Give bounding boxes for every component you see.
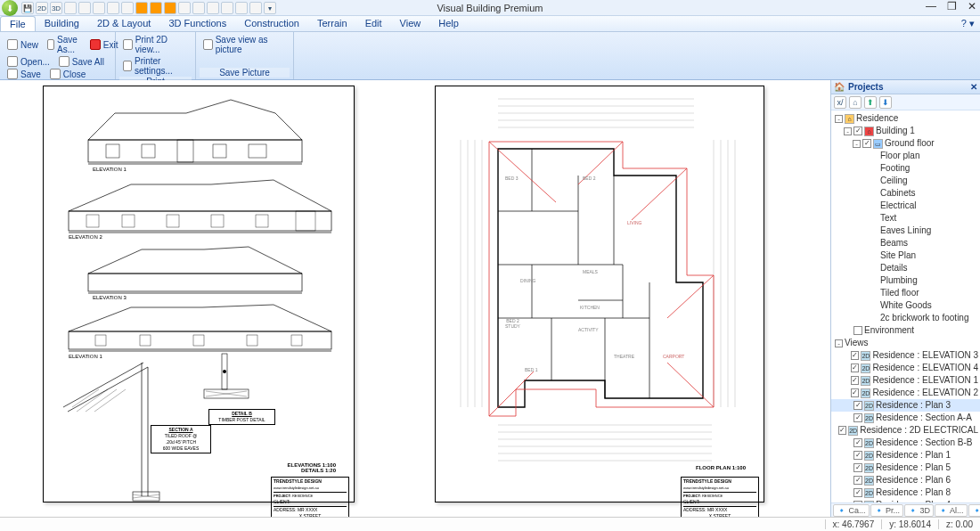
svg-rect-6 <box>213 144 226 158</box>
menu-view[interactable]: View <box>391 16 430 31</box>
qat-item[interactable] <box>121 2 134 14</box>
tool-toggle[interactable]: x/ <box>834 96 846 109</box>
menu-edit[interactable]: Edit <box>356 16 391 31</box>
tree-view-5[interactable]: ✓2DResidence : Section A-A <box>831 412 980 424</box>
svg-rect-7 <box>249 144 266 158</box>
tree-view-7[interactable]: ✓2DResidence : Section B-B <box>831 437 980 449</box>
tree-view-10[interactable]: ✓2DResidence : Plan 6 <box>831 474 980 486</box>
tool-down-icon[interactable]: ⬇ <box>879 96 892 109</box>
close-file-button[interactable]: Close <box>46 68 90 80</box>
tree-view-1[interactable]: ✓2DResidence : ELEVATION 4 <box>831 362 980 374</box>
qat-item[interactable] <box>221 2 233 14</box>
tree-layer-0[interactable]: Floor plan <box>831 150 980 162</box>
svg-rect-26 <box>247 335 257 346</box>
tree-layer-11[interactable]: Tiled floor <box>831 287 980 299</box>
menu-building[interactable]: Building <box>36 16 88 31</box>
qat-item[interactable] <box>235 2 248 14</box>
tree-layer-5[interactable]: Text <box>831 212 980 225</box>
qat-item[interactable] <box>207 2 219 14</box>
qat-2d-icon[interactable]: 2D <box>36 2 48 14</box>
room-activity: ACTIVITY <box>578 327 599 332</box>
svg-line-35 <box>94 389 126 412</box>
qat-save-icon[interactable]: 💾 <box>21 2 34 14</box>
save-picture-button[interactable]: Save view as picture <box>200 34 290 55</box>
drawing-canvas[interactable]: ELEVATION 1 ELEVATION 2 ELEVATION 3 ELEV… <box>0 80 830 517</box>
qat-item[interactable] <box>192 2 205 14</box>
minimize-button[interactable]: — <box>926 0 936 12</box>
bottom-tab-1[interactable]: 🔹 Pr... <box>870 504 904 517</box>
printer-settings-button[interactable]: Printer settings... <box>119 55 192 77</box>
menu-construction[interactable]: Construction <box>235 16 308 31</box>
tree-layer-10[interactable]: Plumbing <box>831 274 980 287</box>
tree-layer-9[interactable]: Details <box>831 262 980 274</box>
projects-header[interactable]: 🏠 Projects ✕ <box>831 80 980 94</box>
tree-view-8[interactable]: ✓2DResidence : Plan 1 <box>831 449 980 462</box>
bottom-tab-2[interactable]: 🔹 3D <box>904 504 934 517</box>
qat-item[interactable] <box>249 2 262 14</box>
tree-view-3[interactable]: ✓2DResidence : ELEVATION 2 <box>831 387 980 399</box>
svg-line-33 <box>77 389 108 412</box>
tool-home-icon[interactable]: ⌂ <box>849 96 862 109</box>
bottom-tab-0[interactable]: 🔹 Ca... <box>833 504 870 517</box>
room-bed2: BED 2 <box>583 176 595 181</box>
workspace: ELEVATION 1 ELEVATION 2 ELEVATION 3 ELEV… <box>0 80 980 517</box>
qat-item[interactable] <box>178 2 191 14</box>
new-button[interactable]: New <box>4 34 42 55</box>
tree-layer-8[interactable]: Site Plan <box>831 249 980 262</box>
tree-groundfloor[interactable]: -✓▭Ground floor <box>831 137 980 150</box>
svg-marker-20 <box>69 305 331 331</box>
tree-layer-12[interactable]: White Goods <box>831 299 980 312</box>
tree-view-4[interactable]: ✓2DResidence : Plan 3 <box>831 399 980 412</box>
qat-item[interactable] <box>64 2 77 14</box>
saveas-button[interactable]: Save As... <box>44 34 85 55</box>
tree-view-0[interactable]: ✓2DResidence : ELEVATION 3 <box>831 349 980 362</box>
svg-line-80 <box>667 275 714 318</box>
panel-close-icon[interactable]: ✕ <box>970 82 977 92</box>
bottom-tab-4[interactable]: 🔹 Bu... <box>968 504 980 517</box>
help-dropdown[interactable]: ? ▾ <box>956 16 980 31</box>
tree-views[interactable]: -Views <box>831 337 980 349</box>
saveall-button[interactable]: Save All <box>55 55 108 68</box>
tree-layer-7[interactable]: Beams <box>831 237 980 249</box>
tree-view-9[interactable]: ✓2DResidence : Plan 5 <box>831 462 980 474</box>
maximize-button[interactable]: ❐ <box>947 0 957 12</box>
qat-item[interactable] <box>164 2 176 14</box>
tree-view-6[interactable]: ✓2DResidence : 2D ELECTRICAL <box>831 424 980 437</box>
scale-plan: FLOOR PLAN 1:100 <box>696 465 746 470</box>
tree-view-2[interactable]: ✓2DResidence : ELEVATION 1 <box>831 374 980 387</box>
svg-rect-15 <box>256 215 268 227</box>
tree-layer-1[interactable]: Footing <box>831 162 980 175</box>
svg-marker-0 <box>88 100 302 140</box>
qat-3d-icon[interactable]: 3D <box>50 2 62 14</box>
qat-item[interactable] <box>135 2 148 14</box>
tree-building[interactable]: -✓⌂Building 1 <box>831 125 980 137</box>
menu-help[interactable]: Help <box>429 16 468 31</box>
tree-environment[interactable]: Environment <box>831 324 980 337</box>
menu-2d-layout[interactable]: 2D & Layout <box>88 16 160 31</box>
tree-layer-2[interactable]: Ceiling <box>831 175 980 187</box>
tool-up-icon[interactable]: ⬆ <box>864 96 877 109</box>
tree-layer-13[interactable]: 2c brickwork to footing <box>831 312 980 324</box>
menu-3d-functions[interactable]: 3D Functions <box>159 16 235 31</box>
qat-item[interactable] <box>107 2 119 14</box>
qat-item[interactable] <box>150 2 162 14</box>
svg-line-34 <box>86 389 117 412</box>
tree-layer-6[interactable]: Eaves Lining <box>831 225 980 237</box>
tree-layer-3[interactable]: Cabinets <box>831 187 980 200</box>
menu-terrain[interactable]: Terrain <box>308 16 356 31</box>
projects-tree[interactable]: -⌂Residence-✓⌂Building 1-✓▭Ground floorF… <box>831 110 980 502</box>
qat-item[interactable] <box>78 2 91 14</box>
qat-dropdown-icon[interactable]: ▾ <box>264 2 276 14</box>
tree-residence[interactable]: -⌂Residence <box>831 112 980 125</box>
open-button[interactable]: Open... <box>4 55 53 68</box>
print-2d-button[interactable]: Print 2D view... <box>119 34 192 55</box>
save-button[interactable]: Save <box>4 68 45 80</box>
tree-view-11[interactable]: ✓2DResidence : Plan 8 <box>831 486 980 499</box>
bottom-tab-3[interactable]: 🔹 Al... <box>935 504 968 517</box>
qat-item[interactable] <box>93 2 105 14</box>
menu-file[interactable]: File <box>0 16 36 31</box>
tree-layer-4[interactable]: Electrical <box>831 200 980 212</box>
status-bar: x: 46.7967 y: 18.6014 z: 0.00 <box>0 517 980 531</box>
close-button[interactable]: ✕ <box>968 0 976 12</box>
app-orb[interactable]: ⬇ <box>2 0 18 16</box>
